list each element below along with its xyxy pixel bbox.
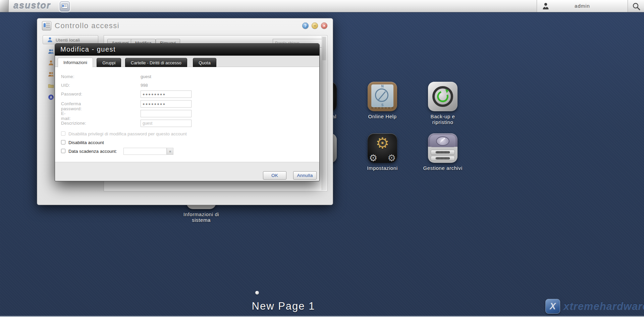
name-value: guest — [141, 74, 151, 79]
access-control-window-icon — [42, 21, 51, 30]
app-badge-icon: A — [48, 94, 54, 100]
online-help-icon: NS — [368, 82, 397, 111]
uid-value: 998 — [141, 83, 148, 88]
confirm-password-label: Conferma password: — [61, 101, 82, 111]
minimize-button[interactable]: − — [312, 22, 318, 29]
desktop-icon-online-help[interactable]: NS Online Help — [359, 82, 406, 119]
user-orange-icon — [48, 60, 54, 66]
topbar: asustor admin — [0, 0, 644, 13]
sidebar-item-label: Utenti locali — [56, 38, 80, 43]
dialog-tabstrip: Informazioni Gruppi Cartelle - Diritti d… — [55, 56, 319, 67]
disable-password-change-checkbox[interactable] — [61, 131, 65, 136]
xtremehardware-logo-icon: X — [545, 299, 560, 314]
edit-guest-dialog: Modifica - guest Informazioni Gruppi Car… — [55, 43, 320, 181]
account-expiry-checkbox[interactable] — [61, 149, 65, 153]
desktop-icon-label: Online Help — [359, 114, 406, 119]
desktop-icon-settings[interactable]: ⚙⚙⚙ Impostazioni — [359, 133, 406, 171]
uid-label: UID: — [61, 83, 70, 88]
desktop-icon-label: Gestione archivi — [419, 165, 466, 171]
desktop-icon-backup-restore[interactable]: Back-up e ripristino — [419, 82, 466, 125]
expiry-date-field[interactable] — [123, 148, 167, 155]
svg-text:A: A — [50, 95, 52, 99]
dialog-title: Modifica - guest — [60, 46, 116, 53]
description-field[interactable] — [141, 120, 192, 127]
desktop-background: App Central Informazioni di sistema NS O… — [0, 0, 644, 317]
user-name: admin — [537, 3, 628, 9]
storage-manager-icon — [428, 133, 458, 163]
dialog-body: Nome: guest UID: 998 Password: Conferma … — [55, 67, 319, 162]
page-indicator-dot[interactable] — [255, 291, 259, 295]
tab-informazioni[interactable]: Informazioni — [58, 58, 93, 67]
password-field[interactable] — [141, 90, 192, 98]
email-label: E-mail: — [61, 111, 71, 121]
group-blue-icon — [48, 49, 54, 55]
cancel-button[interactable]: Annulla — [293, 171, 317, 180]
help-button[interactable]: ? — [302, 22, 309, 29]
password-label: Password: — [61, 91, 82, 97]
ok-button[interactable]: OK — [263, 171, 286, 180]
tab-cartelle-diritti[interactable]: Cartelle - Diritti di accesso — [125, 58, 187, 67]
tab-quota[interactable]: Quota — [193, 58, 216, 67]
tab-gruppi[interactable]: Gruppi — [97, 58, 121, 67]
user-menu[interactable]: admin — [537, 0, 628, 12]
asustor-logo: asustor — [13, 1, 51, 11]
disable-password-change-label: Disabilita privilegi di modifica passwor… — [68, 131, 187, 136]
sidebar-item-local-users[interactable]: Utenti locali — [43, 35, 98, 44]
topbar-corner-tab[interactable] — [0, 0, 9, 12]
disable-account-label: Disabilita account — [68, 140, 104, 145]
vertical-scrollbar[interactable] — [322, 36, 326, 190]
dialog-titlebar[interactable]: Modifica - guest — [55, 44, 319, 56]
dialog-footer: OK Annulla — [55, 162, 319, 181]
desktop-page-label: New Page 1 — [231, 300, 335, 312]
group-orange-icon — [48, 71, 54, 77]
watermark: X xtremehardware.it — [545, 299, 644, 314]
user-blue-icon — [47, 37, 53, 43]
desktop-icon-label: Informazioni di sistema — [181, 211, 221, 223]
open-window-icon[interactable] — [60, 1, 70, 11]
calendar-picker-icon[interactable]: ■ — [167, 148, 173, 155]
close-button[interactable]: × — [321, 22, 327, 29]
watermark-text: xtremehardware.it — [564, 300, 644, 312]
magnifier-icon[interactable] — [632, 2, 641, 11]
backup-restore-icon — [428, 82, 458, 111]
account-expiry-label: Data scadenza account: — [68, 149, 117, 154]
desktop-icon-label: Impostazioni — [359, 165, 406, 171]
description-label: Descrizione: — [61, 121, 86, 126]
window-titlebar[interactable]: Controllo accessi ? − × — [37, 18, 333, 33]
desktop-icon-label: Back-up e ripristino — [424, 114, 461, 125]
window-title: Controllo accessi — [55, 21, 119, 30]
disable-account-checkbox[interactable] — [61, 140, 65, 144]
desktop-icon-storage-manager[interactable]: Gestione archivi — [419, 133, 466, 171]
folder-icon — [48, 83, 54, 89]
name-label: Nome: — [61, 74, 74, 79]
settings-gears-icon: ⚙⚙⚙ — [368, 133, 397, 163]
email-field[interactable] — [141, 110, 192, 117]
confirm-password-field[interactable] — [141, 100, 192, 108]
